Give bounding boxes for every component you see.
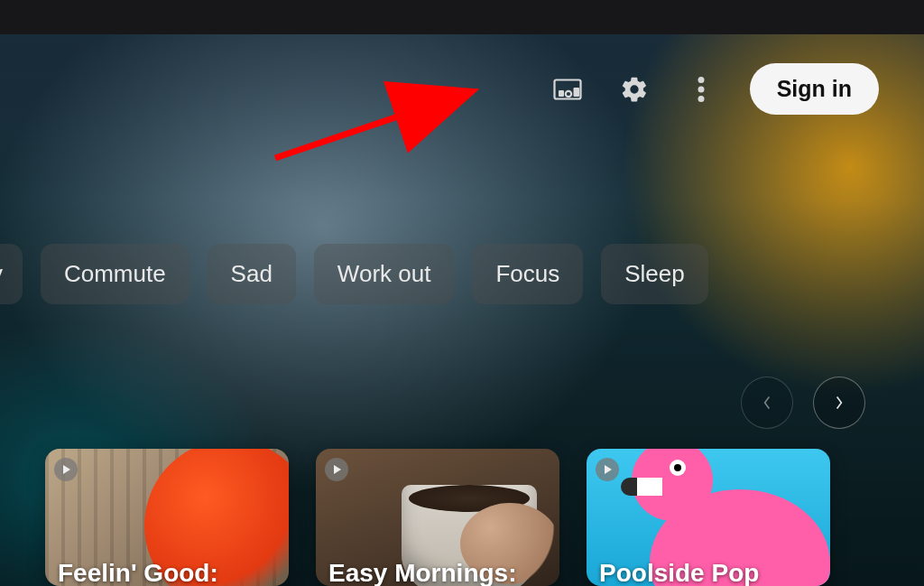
- svg-point-2: [565, 90, 570, 96]
- vertical-dots-icon[interactable]: [683, 71, 719, 107]
- gear-icon[interactable]: [616, 71, 652, 107]
- sign-in-button[interactable]: Sign in: [750, 63, 879, 115]
- mood-chip[interactable]: Work out: [314, 244, 455, 304]
- cast-icon[interactable]: [550, 71, 586, 107]
- play-icon: [54, 458, 78, 481]
- mood-chip[interactable]: Sleep: [601, 244, 708, 304]
- svg-rect-1: [559, 90, 564, 97]
- play-icon: [596, 458, 619, 481]
- playlist-card-row: Feelin' Good: Easy Mornings: Poolside Po…: [45, 449, 924, 586]
- svg-point-5: [698, 86, 704, 92]
- carousel-nav: [741, 377, 865, 429]
- svg-point-6: [698, 96, 704, 102]
- playlist-card[interactable]: Easy Mornings:: [316, 449, 559, 586]
- carousel-prev-button[interactable]: [741, 377, 793, 429]
- carousel-next-button[interactable]: [813, 377, 865, 429]
- window-top-bar: [0, 0, 924, 34]
- play-icon: [325, 458, 348, 481]
- header-actions: Sign in: [550, 63, 879, 115]
- card-title: Feelin' Good:: [58, 559, 218, 586]
- mood-chip-row: rty Commute Sad Work out Focus Sleep: [0, 244, 708, 304]
- mood-chip[interactable]: Commute: [41, 244, 189, 304]
- mood-chip[interactable]: Focus: [472, 244, 583, 304]
- mood-chip[interactable]: rty: [0, 244, 23, 304]
- playlist-card[interactable]: Poolside Pop: [587, 449, 830, 586]
- playlist-card[interactable]: Feelin' Good:: [45, 449, 289, 586]
- svg-point-4: [698, 77, 704, 83]
- mood-chip[interactable]: Sad: [208, 244, 296, 304]
- card-title: Easy Mornings:: [328, 559, 516, 586]
- card-title: Poolside Pop: [599, 559, 759, 586]
- svg-rect-3: [573, 88, 579, 97]
